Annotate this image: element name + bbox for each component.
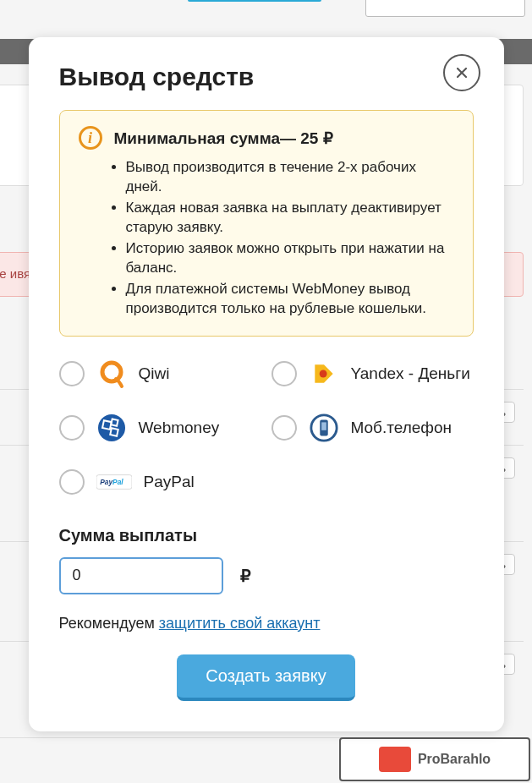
recommend-prefix: Рекомендуем [59, 615, 159, 632]
ruble-symbol: ₽ [240, 566, 251, 586]
info-list: Вывод производится в течение 2-х рабочих… [79, 158, 454, 319]
protect-account-link[interactable]: защитить свой аккаунт [159, 615, 321, 632]
phone-icon [309, 413, 339, 443]
radio-button [271, 361, 297, 386]
radio-button [59, 415, 85, 441]
payment-option-yandex[interactable]: Yandex - Деньги [271, 359, 474, 389]
radio-button [59, 361, 85, 386]
payment-label: Моб.телефон [351, 419, 452, 437]
modal-title: Вывод средств [59, 63, 474, 91]
submit-row: Создать заявку [59, 654, 474, 701]
info-box: i Минимальная сумма— 25 ₽ Вывод производ… [59, 110, 474, 337]
webmoney-icon [96, 413, 127, 443]
close-icon [457, 68, 467, 78]
radio-button [271, 415, 297, 441]
payment-option-paypal[interactable]: PayPal PayPal [59, 467, 261, 497]
radio-button [59, 469, 85, 495]
info-item: Для платежной системы WebMoney вывод про… [126, 280, 454, 319]
recommend-text: Рекомендуем защитить свой аккаунт [59, 615, 474, 632]
info-item: Вывод производится в течение 2-х рабочих… [126, 158, 454, 197]
payment-label: Webmoney [139, 419, 220, 437]
withdraw-modal: Вывод средств i Минимальная сумма— 25 ₽ … [29, 37, 504, 731]
amount-input[interactable] [59, 557, 223, 594]
yandex-money-icon [309, 359, 339, 389]
close-button[interactable] [443, 54, 480, 91]
info-item: Историю заявок можно открыть при нажатии… [126, 239, 454, 278]
create-request-button[interactable]: Создать заявку [177, 654, 354, 701]
payment-label: Yandex - Деньги [351, 364, 470, 383]
paypal-icon: PayPal [96, 467, 132, 497]
payment-option-webmoney[interactable]: Webmoney [59, 413, 261, 443]
payment-option-phone[interactable]: Моб.телефон [271, 413, 474, 443]
modal-overlay: Вывод средств i Минимальная сумма— 25 ₽ … [0, 0, 532, 783]
info-header-text: Минимальная сумма— 25 ₽ [114, 129, 333, 148]
amount-row: ₽ [59, 557, 474, 594]
info-item: Каждая новая заявка на выплату деактивир… [126, 199, 454, 238]
payment-label: Qiwi [139, 364, 170, 383]
svg-text:PayPal: PayPal [100, 478, 123, 486]
amount-label: Сумма выплаты [59, 526, 474, 545]
payment-options: Qiwi Yandex - Деньги [59, 359, 474, 497]
qiwi-icon [96, 359, 127, 389]
payment-label: PayPal [144, 473, 195, 491]
svg-point-3 [319, 370, 326, 377]
payment-option-qiwi[interactable]: Qiwi [59, 359, 261, 389]
info-header: i Минимальная сумма— 25 ₽ [79, 126, 454, 150]
svg-rect-10 [321, 422, 326, 430]
info-icon: i [79, 126, 102, 150]
